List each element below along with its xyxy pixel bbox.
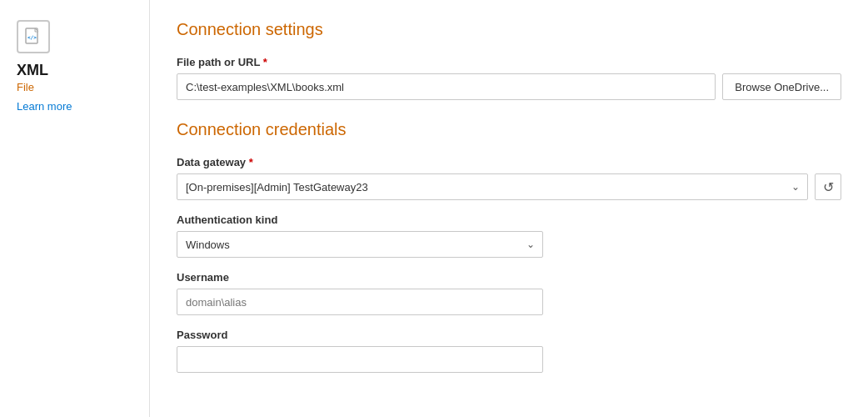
xml-icon-svg: </>	[23, 27, 43, 47]
file-path-input[interactable]	[177, 73, 716, 100]
data-gateway-row: [On-premises][Admin] TestGateway23 ⌄ ↺	[177, 173, 841, 200]
connection-credentials-title: Connection credentials	[177, 120, 841, 139]
auth-kind-select-wrapper: Windows ⌄	[177, 231, 543, 258]
file-path-row: Browse OneDrive...	[177, 73, 841, 100]
data-gateway-label-text: Data gateway	[177, 156, 246, 168]
connection-credentials-section: Connection credentials Data gateway * [O…	[177, 120, 841, 373]
file-path-label-text: File path or URL	[177, 56, 260, 68]
connection-settings-section: Connection settings File path or URL * B…	[177, 20, 841, 100]
sidebar-title: XML	[17, 62, 48, 79]
required-star-filepath: *	[260, 56, 267, 68]
file-path-group: File path or URL * Browse OneDrive...	[177, 56, 841, 100]
data-gateway-select-wrapper: [On-premises][Admin] TestGateway23 ⌄	[177, 173, 808, 200]
sidebar: </> XML File Learn more	[0, 0, 150, 417]
learn-more-link[interactable]: Learn more	[17, 100, 72, 113]
svg-text:</>: </>	[27, 34, 37, 40]
username-label: Username	[177, 271, 841, 284]
xml-file-icon: </>	[17, 20, 50, 53]
file-path-label: File path or URL *	[177, 56, 841, 68]
auth-kind-select[interactable]: Windows	[177, 231, 543, 258]
data-gateway-select[interactable]: [On-premises][Admin] TestGateway23	[177, 173, 808, 200]
connection-settings-title: Connection settings	[177, 20, 841, 39]
data-gateway-label: Data gateway *	[177, 156, 841, 168]
main-content: Connection settings File path or URL * B…	[150, 0, 868, 417]
username-input[interactable]	[177, 289, 543, 315]
auth-kind-group: Authentication kind Windows ⌄	[177, 214, 841, 258]
sidebar-subtitle: File	[17, 81, 34, 93]
required-star-gateway: *	[246, 156, 253, 168]
refresh-button[interactable]: ↺	[815, 173, 841, 200]
refresh-icon: ↺	[823, 179, 834, 195]
username-group: Username	[177, 271, 841, 315]
data-gateway-group: Data gateway * [On-premises][Admin] Test…	[177, 156, 841, 200]
auth-kind-label: Authentication kind	[177, 214, 841, 226]
password-group: Password	[177, 329, 841, 373]
password-input[interactable]	[177, 346, 543, 373]
browse-onedrive-button[interactable]: Browse OneDrive...	[722, 73, 841, 100]
password-label: Password	[177, 329, 841, 341]
